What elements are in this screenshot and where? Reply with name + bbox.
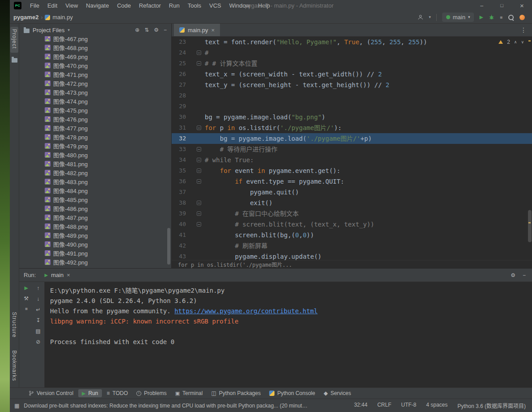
locate-file-button[interactable]: ⊕ xyxy=(135,27,139,33)
tab-close-icon[interactable]: × xyxy=(67,272,70,278)
code-line[interactable]: 39− # 在窗口中心绘制文本 xyxy=(172,208,532,219)
interpreter[interactable]: Python 3.6 (数据库界面项目) xyxy=(457,402,526,409)
line-number[interactable]: 28 xyxy=(172,90,187,101)
fold-marker-icon[interactable]: − xyxy=(197,179,201,184)
edit-configuration-icon[interactable]: ⚒ xyxy=(24,296,29,301)
maximize-button[interactable]: □ xyxy=(492,0,512,11)
file-row[interactable]: 图像-490.png xyxy=(19,240,171,248)
tool-window-switcher-icon[interactable]: ▦ xyxy=(14,403,19,408)
line-number[interactable]: 26 xyxy=(172,69,187,80)
toolwindow-button-problems[interactable]: !Problems xyxy=(133,389,170,397)
clear-console-icon[interactable]: ⊘ xyxy=(36,339,40,345)
line-number[interactable]: 24 xyxy=(172,47,187,58)
run-button[interactable]: ▶ xyxy=(479,15,483,20)
file-row[interactable]: 图像-472.png xyxy=(19,79,171,88)
code-line[interactable]: 28 xyxy=(172,90,532,101)
indent-setting[interactable]: 4 spaces xyxy=(426,402,448,409)
fold-marker-icon[interactable]: − xyxy=(197,158,201,162)
line-ending[interactable]: CRLF xyxy=(377,402,391,409)
project-file-list[interactable]: 图像-467.png图像-468.png图像-469.png图像-470.png… xyxy=(19,36,171,268)
file-row[interactable]: 图像-468.png xyxy=(19,43,171,52)
up-stack-icon[interactable]: ↑ xyxy=(37,286,39,291)
code-line[interactable]: 42 # 刷新屏幕 xyxy=(172,240,532,251)
code-line[interactable]: 37 pygame.quit() xyxy=(172,187,532,198)
file-row[interactable]: 图像-491.png xyxy=(19,248,171,257)
line-number[interactable]: 43 xyxy=(172,251,187,260)
line-number[interactable]: 33 xyxy=(172,144,187,155)
minimize-button[interactable]: – xyxy=(472,0,492,11)
line-number[interactable]: 38 xyxy=(172,198,187,208)
inspections-widget[interactable]: 2 ∧ ∨ xyxy=(498,39,524,45)
line-number[interactable]: 31 xyxy=(172,122,187,133)
code-line[interactable]: 40− # screen.blit(text, (text_x, text_y)… xyxy=(172,219,532,230)
toolwindow-button-python-console[interactable]: Python Console xyxy=(266,389,319,397)
fold-marker-icon[interactable]: − xyxy=(197,50,201,55)
fold-marker-icon[interactable]: − xyxy=(197,222,201,227)
code-line[interactable]: 36− if event.type == pygame.QUIT: xyxy=(172,176,532,187)
project-view-selector[interactable]: Project Files xyxy=(33,27,65,34)
menu-refactor[interactable]: Refactor xyxy=(135,2,165,9)
stop-button[interactable]: ■ xyxy=(500,15,502,20)
file-row[interactable]: 图像-478.png xyxy=(19,132,171,141)
line-number[interactable]: 42 xyxy=(172,240,187,251)
run-config-selector[interactable]: main ▾ xyxy=(442,13,474,22)
code-line[interactable]: 43 pygame.display.update() xyxy=(172,251,532,260)
file-row[interactable]: 图像-473.png xyxy=(19,88,171,97)
fold-marker-icon[interactable]: − xyxy=(197,201,201,205)
folder-icon[interactable] xyxy=(12,58,17,63)
file-row[interactable]: 图像-483.png xyxy=(19,177,171,186)
hide-panel-button[interactable]: − xyxy=(164,27,167,33)
code-line[interactable]: 41 screen.blit(bg,(0,0)) xyxy=(172,230,532,240)
file-row[interactable]: 图像-487.png xyxy=(19,213,171,222)
soft-wrap-icon[interactable]: ↵ xyxy=(36,307,40,312)
file-row[interactable]: 图像-467.png xyxy=(19,36,171,43)
editor-tab-main-py[interactable]: main.py × xyxy=(174,24,220,36)
file-row[interactable]: 图像-486.png xyxy=(19,204,171,213)
toolwindow-button-python-packages[interactable]: ◫Python Packages xyxy=(207,389,264,397)
code-line[interactable]: 35− for event in pygame.event.get(): xyxy=(172,165,532,176)
code-line[interactable]: 24−# xyxy=(172,47,532,58)
code-line[interactable]: 30bg = pygame.image.load("bg.png") xyxy=(172,112,532,122)
scroll-to-end-icon[interactable]: ↧ xyxy=(36,318,40,323)
line-number[interactable]: 25 xyxy=(172,58,187,69)
close-button[interactable]: × xyxy=(512,0,532,11)
line-number[interactable]: 35 xyxy=(172,165,187,176)
prev-problem-icon[interactable]: ∧ xyxy=(514,40,517,44)
tool-button-structure[interactable]: Structure xyxy=(11,312,17,338)
console-link[interactable]: https://www.pygame.org/contribute.html xyxy=(174,307,317,315)
editor-breadcrumb[interactable]: for p in os.listdir('./pygame图片... xyxy=(172,260,532,268)
fold-marker-icon[interactable]: − xyxy=(197,61,201,66)
tool-button-bookmarks[interactable]: Bookmarks xyxy=(11,350,17,381)
run-settings-button[interactable]: ⚙ xyxy=(511,273,515,278)
code-line[interactable]: 29 xyxy=(172,101,532,112)
status-message[interactable]: Download pre-built shared indexes: Reduc… xyxy=(24,403,310,409)
file-row[interactable]: 图像-485.png xyxy=(19,195,171,204)
line-number[interactable]: 39 xyxy=(172,208,187,219)
breadcrumb-project[interactable]: pygame2 xyxy=(13,14,38,21)
rerun-button[interactable]: ▶ xyxy=(25,286,28,290)
line-number[interactable]: 30 xyxy=(172,112,187,122)
line-number[interactable]: 29 xyxy=(172,101,187,112)
line-number[interactable]: 41 xyxy=(172,230,187,240)
print-icon[interactable]: ▤ xyxy=(36,328,41,334)
file-encoding[interactable]: UTF-8 xyxy=(401,402,416,409)
file-row[interactable]: 图像-488.png xyxy=(19,222,171,231)
file-row[interactable]: 图像-476.png xyxy=(19,114,171,123)
file-row[interactable]: 图像-477.png xyxy=(19,123,171,132)
menu-edit[interactable]: Edit xyxy=(43,2,61,9)
menu-view[interactable]: View xyxy=(61,2,82,9)
file-row[interactable]: 图像-489.png xyxy=(19,231,171,240)
toolwindow-button-services[interactable]: ◆Services xyxy=(320,389,355,397)
line-number[interactable]: 27 xyxy=(172,80,187,90)
toolwindow-button-todo[interactable]: ≡TODO xyxy=(103,389,131,397)
menu-code[interactable]: Code xyxy=(113,2,135,9)
menu-navigate[interactable]: Navigate xyxy=(82,2,113,9)
editor-scrollbar-thumb[interactable] xyxy=(528,210,532,242)
line-number[interactable]: 32 xyxy=(172,133,187,144)
menu-run[interactable]: Run xyxy=(165,2,184,9)
line-number[interactable]: 40 xyxy=(172,219,187,230)
toolwindow-button-version-control[interactable]: Version Control xyxy=(25,389,77,397)
down-stack-icon[interactable]: ↓ xyxy=(37,296,39,302)
code-line[interactable]: 26text_x = (screen_width - text.get_widt… xyxy=(172,69,532,80)
expand-collapse-button[interactable]: ⇅ xyxy=(144,27,149,33)
